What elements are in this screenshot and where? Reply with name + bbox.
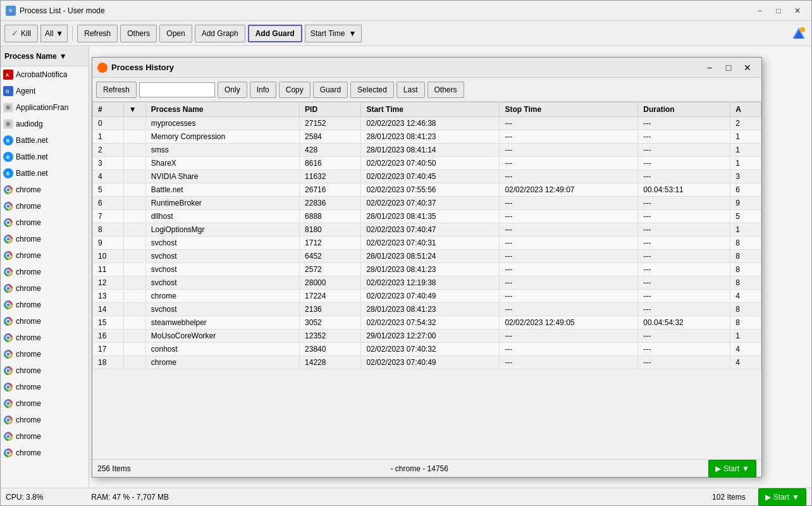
left-panel-item[interactable]: chrome [1,412,89,428]
table-row[interactable]: 5 Battle.net 26716 02/02/2023 07:55:56 0… [93,183,761,197]
cell-num: 15 [93,316,124,330]
table-row[interactable]: 13 chrome 17224 02/02/2023 07:40:49 --- … [93,290,761,303]
process-name-text: chrome [16,448,41,457]
cell-duration: --- [638,144,730,157]
col-header-start-time[interactable]: Start Time [361,102,500,117]
start-time-dropdown[interactable]: Start Time ▼ [305,25,362,42]
col-header-arrow[interactable]: ▼ [123,102,145,117]
table-row[interactable]: 18 chrome 14228 02/02/2023 07:40:49 --- … [93,356,761,369]
add-graph-label: Add Graph [202,29,238,38]
process-name-text: chrome [16,268,41,276]
modal-guard-button[interactable]: Guard [313,82,348,98]
left-panel-item[interactable]: chrome [1,313,89,330]
cell-start-time: 02/02/2023 07:40:45 [361,170,500,183]
left-panel-item[interactable]: chrome [1,395,89,412]
add-guard-button[interactable]: Add Guard [248,25,302,42]
table-row[interactable]: 0 myprocesses 27152 02/02/2023 12:46:38 … [93,117,761,130]
left-panel-item[interactable]: chrome [1,428,89,445]
left-panel-item[interactable]: chrome [1,247,89,264]
cell-arrow [123,276,145,290]
modal-last-button[interactable]: Last [397,82,425,98]
col-header-process-name[interactable]: Process Name [145,102,299,117]
add-graph-button[interactable]: Add Graph [195,25,245,42]
table-row[interactable]: 10 svchost 6452 28/01/2023 08:51:24 --- … [93,250,761,263]
modal-maximize-button[interactable]: □ [720,61,737,75]
sort-icon: ▼ [59,52,67,61]
left-panel-item[interactable]: BBattle.net [1,132,89,149]
open-button[interactable]: Open [159,25,192,42]
table-row[interactable]: 4 NVIDIA Share 11632 02/02/2023 07:40:45… [93,170,761,183]
table-row[interactable]: 12 svchost 28000 02/02/2023 12:19:38 ---… [93,276,761,290]
modal-minimize-button[interactable]: − [701,61,718,75]
table-row[interactable]: 17 conhost 23840 02/02/2023 07:40:32 ---… [93,343,761,356]
cell-stop-time: --- [500,290,638,303]
table-row[interactable]: 3 ShareX 8616 02/02/2023 07:40:50 --- --… [93,157,761,170]
svg-text:B: B [6,139,9,143]
table-row[interactable]: 2 smss 428 28/01/2023 08:41:14 --- --- 1 [93,144,761,157]
cell-num: 0 [93,117,124,130]
left-panel-item[interactable]: chrome [1,214,89,231]
process-name-text: chrome [16,366,41,375]
modal-selected-button[interactable]: Selected [350,82,394,98]
header-text: Process Name [4,52,57,61]
others-button[interactable]: Others [120,25,157,42]
table-row[interactable]: 7 dllhost 6888 28/01/2023 08:41:35 --- -… [93,210,761,223]
left-panel-item[interactable]: GAgent [1,83,89,99]
modal-search-input[interactable] [139,82,215,97]
left-panel-item[interactable]: chrome [1,330,89,346]
filter-dropdown[interactable]: All ▼ [40,25,68,42]
cell-arrow [123,157,145,170]
left-panel-item[interactable]: chrome [1,264,89,280]
minimize-button[interactable]: − [751,4,768,18]
table-row[interactable]: 16 MoUsoCoreWorker 12352 29/01/2023 12:2… [93,330,761,343]
left-panel-item[interactable]: chrome [1,346,89,362]
start-button-bottom[interactable]: ▶ Start ▼ [758,488,806,506]
modal-close-button[interactable]: ✕ [739,61,756,75]
table-row[interactable]: 15 steamwebhelper 3052 02/02/2023 07:54:… [93,316,761,330]
col-header-pid[interactable]: PID [300,102,361,117]
left-panel-item[interactable]: AAcrobatNotifica [1,66,89,83]
maximize-button[interactable]: □ [770,4,787,18]
modal-start-button[interactable]: ▶ Start ▼ [708,460,756,478]
table-row[interactable]: 14 svchost 2136 28/01/2023 08:41:23 --- … [93,303,761,316]
process-icon [3,398,13,409]
modal-copy-button[interactable]: Copy [279,82,311,98]
left-panel-item[interactable]: chrome [1,297,89,313]
refresh-button[interactable]: Refresh [77,25,118,42]
modal-info-button[interactable]: Info [250,82,276,98]
col-header-a[interactable]: A [730,102,761,117]
modal-others-button[interactable]: Others [428,82,464,98]
left-panel-item[interactable]: chrome [1,280,89,297]
modal-refresh-button[interactable]: Refresh [96,82,137,98]
cell-pid: 8616 [300,157,361,170]
modal-only-button[interactable]: Only [218,82,247,98]
left-panel-item[interactable]: chrome [1,362,89,379]
left-panel-item[interactable]: BBattle.net [1,165,89,182]
left-panel-item[interactable]: ⚙ApplicationFran [1,99,89,116]
table-row[interactable]: 11 svchost 2572 28/01/2023 08:41:23 --- … [93,263,761,276]
cell-stop-time: --- [500,343,638,356]
modal-table-container[interactable]: # ▼ Process Name PID Start Time [92,102,761,459]
left-panel-item[interactable]: chrome [1,231,89,247]
add-guard-label: Add Guard [255,29,295,38]
table-row[interactable]: 9 svchost 1712 02/02/2023 07:40:31 --- -… [93,237,761,250]
col-header-duration[interactable]: Duration [638,102,730,117]
table-row[interactable]: 6 RuntimeBroker 22836 02/02/2023 07:40:3… [93,197,761,210]
col-header-num[interactable]: # [93,102,124,117]
table-row[interactable]: 8 LogiOptionsMgr 8180 02/02/2023 07:40:4… [93,223,761,237]
left-panel-item[interactable]: BBattle.net [1,149,89,165]
cell-start-time: 02/02/2023 12:19:38 [361,276,500,290]
kill-button[interactable]: ✓ Kill [4,25,38,42]
left-panel-item[interactable]: ⚙audiodg [1,116,89,132]
left-panel-item[interactable]: chrome [1,379,89,395]
cell-num: 2 [93,144,124,157]
col-header-stop-time[interactable]: Stop Time [500,102,638,117]
table-row[interactable]: 1 Memory Compression 2584 28/01/2023 08:… [93,130,761,144]
cell-arrow [123,170,145,183]
close-button[interactable]: ✕ [789,4,806,18]
left-panel-item[interactable]: chrome [1,182,89,198]
left-panel-item[interactable]: chrome [1,198,89,214]
left-panel-item[interactable]: chrome [1,445,89,461]
process-icon [3,300,13,310]
process-name-header[interactable]: Process Name ▼ [1,46,89,66]
